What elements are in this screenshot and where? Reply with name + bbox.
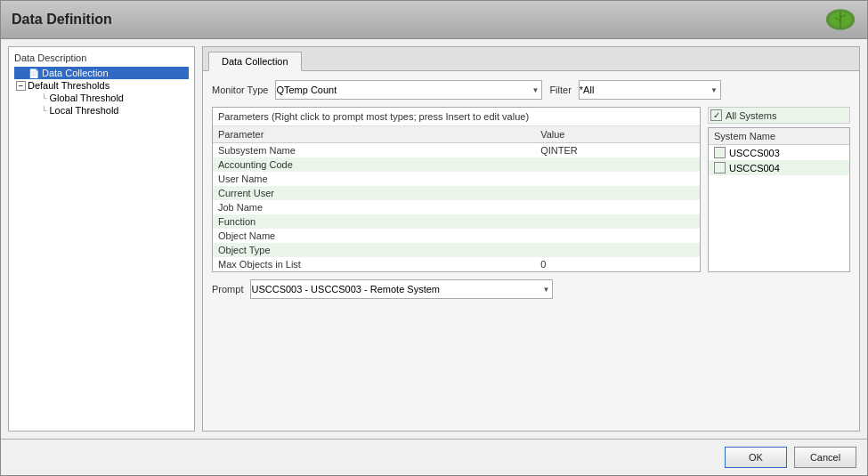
system-checkbox[interactable]	[714, 162, 726, 173]
tab-data-collection[interactable]: Data Collection	[208, 52, 302, 71]
param-name: Object Name	[213, 229, 535, 243]
param-name: Object Type	[213, 243, 535, 257]
dialog-title: Data Definition	[12, 12, 112, 28]
tree-icon-global: └	[41, 93, 46, 102]
right-panel: Data Collection Monitor Type QTemp Count…	[202, 46, 860, 432]
param-value: QINTER	[535, 143, 700, 158]
system-checkbox[interactable]	[714, 147, 726, 158]
tree-item-label-data-collection: Data Collection	[42, 68, 109, 78]
param-value	[535, 243, 700, 257]
all-systems-checkbox[interactable]: ✓	[710, 109, 722, 121]
param-value	[535, 214, 700, 229]
tree-section-label: Data Description	[14, 52, 189, 63]
dialog: Data Definition Data Description 📄 Data …	[0, 0, 868, 476]
filter-label: Filter	[549, 85, 571, 95]
table-row[interactable]: Function	[213, 214, 700, 229]
table-row[interactable]: User Name	[213, 172, 700, 186]
table-row[interactable]: Subsystem NameQINTER	[213, 143, 700, 158]
systems-list-items: USCCS003USCCS004	[709, 145, 849, 175]
ok-button[interactable]: OK	[725, 447, 787, 468]
sidebar-item-data-collection[interactable]: 📄 Data Collection	[14, 67, 189, 79]
param-name: User Name	[213, 172, 535, 186]
param-name: Subsystem Name	[213, 143, 535, 158]
params-title: Parameters (Right click to prompt most t…	[213, 108, 700, 126]
param-value	[535, 229, 700, 243]
tree-icon-collection: 📄	[28, 69, 39, 78]
all-systems-label: All Systems	[726, 110, 776, 121]
systems-list: System Name USCCS003USCCS004	[708, 127, 850, 272]
table-row[interactable]: Object Type	[213, 243, 700, 257]
monitor-type-row: Monitor Type QTemp Count CPU Usage Memor…	[212, 80, 850, 100]
param-value	[535, 157, 700, 172]
col-header-parameter: Parameter	[213, 126, 535, 143]
leaf-icon	[824, 6, 856, 33]
title-bar: Data Definition	[1, 1, 867, 39]
param-name: Accounting Code	[213, 157, 535, 172]
system-name: USCCS004	[729, 163, 780, 173]
monitor-type-select[interactable]: QTemp Count CPU Usage Memory Usage	[275, 80, 542, 100]
list-item[interactable]: USCCS004	[709, 160, 849, 175]
sidebar-item-default-thresholds[interactable]: − Default Thresholds	[14, 79, 189, 92]
sidebar-item-global-threshold[interactable]: └ Global Threshold	[14, 92, 189, 104]
content-area: Data Description 📄 Data Collection − Def…	[1, 39, 867, 439]
col-header-value: Value	[535, 126, 700, 143]
table-row[interactable]: Current User	[213, 186, 700, 200]
bottom-bar: OK Cancel	[1, 439, 867, 475]
monitor-type-label: Monitor Type	[212, 85, 268, 95]
param-name: Current User	[213, 186, 535, 200]
table-row[interactable]: Job Name	[213, 200, 700, 214]
table-row[interactable]: Accounting Code	[213, 157, 700, 172]
param-name: Max Objects in List	[213, 257, 535, 271]
filter-select-wrapper: *All *None	[579, 80, 721, 100]
monitor-type-select-wrapper: QTemp Count CPU Usage Memory Usage	[275, 80, 542, 100]
tab-content: Monitor Type QTemp Count CPU Usage Memor…	[203, 71, 859, 431]
params-table: Parameter Value Subsystem NameQINTERAcco…	[213, 126, 700, 271]
param-value	[535, 186, 700, 200]
filter-select[interactable]: *All *None	[579, 80, 721, 100]
list-item[interactable]: USCCS003	[709, 145, 849, 160]
tab-label: Data Collection	[222, 56, 288, 67]
prompt-row: Prompt USCCS003 - USCCS003 - Remote Syst…	[212, 279, 850, 299]
system-name: USCCS003	[729, 148, 780, 158]
system-name-header: System Name	[709, 128, 849, 145]
prompt-select[interactable]: USCCS003 - USCCS003 - Remote System USCC…	[250, 279, 553, 299]
tree-icon-local: └	[41, 106, 46, 115]
table-row[interactable]: Max Objects in List0	[213, 257, 700, 271]
param-value	[535, 200, 700, 214]
table-row[interactable]: Object Name	[213, 229, 700, 243]
prompt-label: Prompt	[212, 284, 243, 294]
param-value: 0	[535, 257, 700, 271]
minus-icon: −	[16, 81, 26, 91]
systems-section: ✓ All Systems System Name USCCS003USCCS0…	[708, 107, 850, 272]
params-section: Parameters (Right click to prompt most t…	[212, 107, 701, 272]
param-value	[535, 172, 700, 186]
param-name: Job Name	[213, 200, 535, 214]
tree-item-label-global-threshold: Global Threshold	[49, 93, 124, 103]
left-panel: Data Description 📄 Data Collection − Def…	[8, 46, 195, 432]
sidebar-item-local-threshold[interactable]: └ Local Threshold	[14, 104, 189, 117]
tab-bar: Data Collection	[203, 47, 859, 71]
param-name: Function	[213, 214, 535, 229]
main-section: Parameters (Right click to prompt most t…	[212, 107, 850, 272]
parameters-table: Parameter Value Subsystem NameQINTERAcco…	[213, 126, 700, 271]
prompt-select-wrapper: USCCS003 - USCCS003 - Remote System USCC…	[250, 279, 553, 299]
tree-item-label-default-thresholds: Default Thresholds	[28, 80, 110, 91]
all-systems-row: ✓ All Systems	[708, 107, 850, 124]
cancel-button[interactable]: Cancel	[794, 447, 856, 468]
tree-item-label-local-threshold: Local Threshold	[49, 105, 118, 116]
